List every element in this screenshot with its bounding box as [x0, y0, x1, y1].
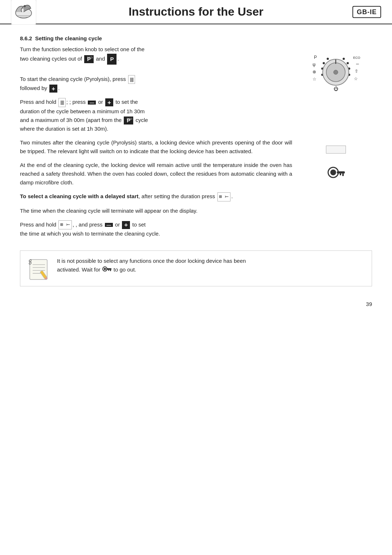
lock-left-text: Two minutes after the cleaning cycle (Py… — [20, 138, 299, 243]
svg-rect-41 — [110, 270, 111, 271]
plus-button-icon-3: + — [122, 221, 130, 229]
plus-button-icon: + — [49, 85, 57, 93]
pyrolysis-icon: |||| — [128, 75, 135, 84]
para-1: Turn the function selection knob to sele… — [20, 45, 292, 65]
para-8: Press and hold ⊞ ⤚, , and press — or + t… — [20, 220, 292, 238]
svg-rect-42 — [108, 270, 109, 271]
delayed-start-icon: ⊞ ⤚ — [217, 192, 231, 201]
knob-diagram: P ψ ⊗ ☆ ECO – ⇧ ☆ ⏻ — [299, 45, 372, 103]
svg-rect-29 — [342, 174, 344, 176]
minus-button-icon-2: — — [105, 223, 113, 227]
plain-p-icon: P — [107, 54, 117, 65]
svg-point-13 — [327, 58, 329, 60]
svg-point-18 — [347, 62, 349, 64]
page-title: Instructions for the User — [128, 5, 264, 19]
top-section: Turn the function selection knob to sele… — [20, 45, 372, 138]
pyrolysis-icon-2: |||| — [58, 98, 66, 107]
note-icon — [27, 257, 50, 280]
svg-text:☆: ☆ — [313, 77, 317, 82]
delayed-start-icon-2: ⊞ ⤚ — [58, 220, 72, 229]
svg-point-27 — [330, 170, 336, 175]
svg-point-17 — [343, 58, 345, 60]
svg-rect-40 — [106, 268, 111, 270]
knob-svg: P ψ ⊗ ☆ ECO – ⇧ ☆ ⏻ — [307, 45, 365, 103]
page-header: Instructions for the User GB-IE — [0, 0, 392, 24]
svg-rect-30 — [340, 174, 341, 175]
plus-button-icon-2: + — [105, 98, 113, 106]
eco-p-icon: ECOP — [84, 55, 94, 64]
svg-text:ECO: ECO — [353, 56, 360, 60]
page-number: 39 — [0, 297, 392, 311]
main-content: 8.6.2 Setting the cleaning cycle Turn th… — [0, 24, 392, 297]
svg-point-39 — [104, 268, 106, 270]
svg-text:ψ: ψ — [313, 62, 316, 67]
section-heading: 8.6.2 Setting the cleaning cycle — [20, 35, 372, 41]
svg-text:☆: ☆ — [354, 76, 358, 81]
svg-text:–: – — [356, 61, 359, 66]
para-2: To start the cleaning cycle (Pyrolysis),… — [20, 75, 292, 93]
para-6: To select a cleaning cycle with a delaye… — [20, 192, 292, 201]
svg-text:P: P — [314, 55, 317, 60]
lock-section: Two minutes after the cleaning cycle (Py… — [20, 138, 372, 243]
note-text: It is not possible to select any functio… — [57, 257, 365, 274]
country-badge: GB-IE — [352, 6, 381, 18]
minus-button-icon: — — [88, 101, 96, 105]
note-box: It is not possible to select any functio… — [20, 250, 372, 286]
top-left-text: Turn the function selection knob to sele… — [20, 45, 299, 138]
para-4: Two minutes after the cleaning cycle (Py… — [20, 138, 292, 156]
eco-p-icon-2: ECOP — [124, 117, 133, 125]
lock-key-icon — [326, 164, 346, 182]
svg-point-2 — [24, 5, 26, 7]
svg-text:⇧: ⇧ — [355, 69, 358, 74]
svg-text:⊗: ⊗ — [313, 69, 316, 74]
svg-rect-28 — [337, 171, 345, 174]
svg-point-14 — [323, 62, 325, 64]
logo — [11, 0, 36, 25]
para-7: The time when the cleaning cycle will te… — [20, 207, 292, 215]
lock-right-visual — [299, 138, 372, 182]
svg-point-24 — [334, 70, 338, 74]
indicator-light — [326, 146, 346, 154]
key-icon-inline — [102, 266, 112, 274]
para-5: At the end of the cleaning cycle, the lo… — [20, 161, 292, 187]
para-3: Press and hold ||||; ; press — or + to s… — [20, 98, 292, 133]
svg-text:⏻: ⏻ — [334, 86, 338, 91]
